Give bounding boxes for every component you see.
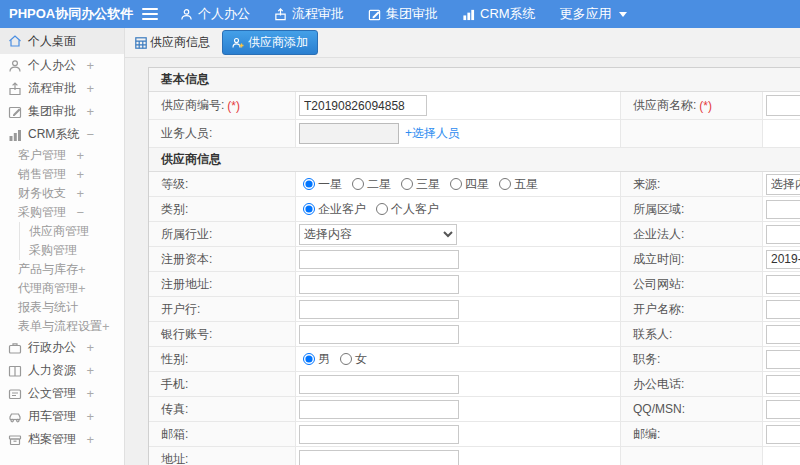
qq-msn-input[interactable] (766, 400, 800, 419)
radio-input[interactable] (340, 353, 352, 365)
fax-cell (296, 397, 621, 421)
sidebar-subitem-supplier-mgmt[interactable]: 供应商管理 (20, 222, 124, 241)
expand-plus-icon[interactable]: + (102, 320, 110, 333)
expand-plus-icon[interactable]: + (76, 187, 84, 200)
sidebar-subitem-reports[interactable]: 报表与统计 (0, 298, 124, 317)
office-phone-label: 办公电话: (621, 372, 763, 396)
expand-plus-icon[interactable]: + (76, 149, 84, 162)
founded-date-input[interactable] (766, 250, 800, 269)
tab-supplier-info-list[interactable]: 供应商信息 (135, 34, 210, 51)
registered-capital-label: 注册资本: (149, 247, 296, 271)
expand-plus-icon[interactable]: + (86, 364, 94, 377)
sidebar-item-human-resources[interactable]: 人力资源 + (0, 359, 124, 382)
nav-item-process-approval[interactable]: 流程审批 (274, 5, 344, 23)
expand-plus-icon[interactable]: + (76, 168, 84, 181)
expand-plus-icon[interactable]: + (78, 263, 86, 276)
expand-minus-icon[interactable]: − (76, 206, 84, 219)
office-phone-input[interactable] (766, 375, 800, 394)
field-label: 联系人: (633, 326, 672, 343)
form-row: 地址: (149, 447, 800, 465)
form-row: 注册地址: 公司网站: (149, 272, 800, 297)
sidebar-subitem-purchase-mgmt[interactable]: 采购管理 − (0, 203, 124, 222)
sidebar-item-document-mgmt[interactable]: 公文管理 + (0, 382, 124, 405)
bank-input[interactable] (299, 300, 459, 319)
email-input[interactable] (299, 425, 459, 444)
process-icon (8, 82, 22, 96)
sidebar-subitem-customer-mgmt[interactable]: 客户管理 + (0, 146, 124, 165)
level-radio-2star[interactable]: 二星 (352, 176, 391, 193)
choose-person-link[interactable]: +选择人员 (405, 125, 460, 142)
expand-plus-icon[interactable]: + (86, 82, 94, 95)
sidebar-subitem-sales-mgmt[interactable]: 销售管理 + (0, 165, 124, 184)
empty-label-cell (621, 447, 763, 465)
supplier-name-input[interactable] (766, 95, 800, 116)
sidebar-subitem-agent-mgmt[interactable]: 代理商管理 + (0, 279, 124, 298)
website-input[interactable] (766, 275, 800, 294)
nav-item-crm-system[interactable]: CRM系统 (462, 5, 536, 23)
sidebar-item-group-approval[interactable]: 集团审批 + (0, 100, 124, 123)
expand-plus-icon[interactable]: + (86, 105, 94, 118)
region-label: 所属区域: (621, 197, 763, 221)
sidebar-item-administration[interactable]: 行政办公 + (0, 336, 124, 359)
sidebar-item-vehicle-mgmt[interactable]: 用车管理 + (0, 405, 124, 428)
category-radio-enterprise[interactable]: 企业客户 (303, 201, 366, 218)
nav-item-more-apps[interactable]: 更多应用 (560, 5, 627, 23)
account-name-input[interactable] (766, 300, 800, 319)
sidebar-item-personal-office[interactable]: 个人办公 + (0, 54, 124, 77)
bank-account-input[interactable] (299, 325, 459, 344)
region-input[interactable] (766, 200, 800, 219)
registered-address-input[interactable] (299, 275, 459, 294)
address-input[interactable] (299, 450, 459, 465)
expand-plus-icon[interactable]: + (86, 387, 94, 400)
sidebar-subitem-finance[interactable]: 财务收支 + (0, 184, 124, 203)
position-input[interactable] (766, 350, 800, 369)
sidebar-subitem-label: 客户管理 (18, 147, 66, 164)
expand-plus-icon[interactable]: + (86, 433, 94, 446)
expand-plus-icon[interactable]: + (86, 59, 94, 72)
zip-input[interactable] (766, 425, 800, 444)
expand-plus-icon[interactable]: + (86, 410, 94, 423)
sidebar-item-process-approval[interactable]: 流程审批 + (0, 77, 124, 100)
level-radio-3star[interactable]: 三星 (401, 176, 440, 193)
gender-label: 性别: (149, 347, 296, 371)
gender-radio-female[interactable]: 女 (340, 351, 367, 368)
level-radio-4star[interactable]: 四星 (450, 176, 489, 193)
contact-input[interactable] (766, 325, 800, 344)
sidebar-subitem-purchasing[interactable]: 采购管理 (20, 241, 124, 260)
radio-input[interactable] (352, 178, 364, 190)
expand-plus-icon[interactable]: + (86, 341, 94, 354)
radio-input[interactable] (303, 353, 315, 365)
level-radio-1star[interactable]: 一星 (303, 176, 342, 193)
sidebar-item-personal-desktop[interactable]: 个人桌面 (0, 28, 124, 54)
supplier-code-input[interactable] (299, 95, 427, 116)
expand-plus-icon[interactable]: + (78, 282, 86, 295)
level-radio-5star[interactable]: 五星 (499, 176, 538, 193)
radio-input[interactable] (376, 203, 388, 215)
sales-person-input[interactable] (299, 123, 399, 144)
document-icon (8, 387, 22, 401)
hamburger-menu-icon[interactable] (142, 8, 158, 20)
radio-input[interactable] (401, 178, 413, 190)
form-row: 类别: 企业客户 个人客户 所属区域: (149, 197, 800, 222)
nav-item-personal-office[interactable]: 个人办公 (180, 5, 250, 23)
industry-select[interactable]: 选择内容 (299, 224, 457, 245)
radio-input[interactable] (450, 178, 462, 190)
sidebar-subitem-product-inventory[interactable]: 产品与库存 + (0, 260, 124, 279)
expand-minus-icon[interactable]: − (86, 128, 94, 141)
sidebar-item-crm-system[interactable]: CRM系统 − (0, 123, 124, 146)
sidebar-item-archive-mgmt[interactable]: 档案管理 + (0, 428, 124, 451)
radio-input[interactable] (303, 203, 315, 215)
category-radio-personal[interactable]: 个人客户 (376, 201, 439, 218)
gender-radio-male[interactable]: 男 (303, 351, 330, 368)
legal-person-input[interactable] (766, 225, 800, 244)
mobile-input[interactable] (299, 375, 459, 394)
fax-input[interactable] (299, 400, 459, 419)
radio-input[interactable] (499, 178, 511, 190)
sidebar-subitem-form-process-settings[interactable]: 表单与流程设置 + (0, 317, 124, 336)
sidebar-item-label: 流程审批 (28, 80, 76, 97)
radio-input[interactable] (303, 178, 315, 190)
tab-supplier-add-active[interactable]: 供应商添加 (222, 30, 318, 55)
registered-capital-input[interactable] (299, 250, 459, 269)
nav-item-group-approval[interactable]: 集团审批 (368, 5, 438, 23)
source-select[interactable]: 选择内容 (766, 174, 800, 195)
